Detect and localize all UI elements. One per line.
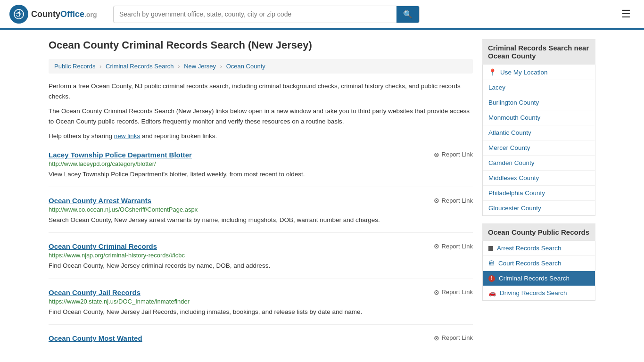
description-1: Perform a free Ocean County, NJ public c… — [49, 81, 473, 101]
result-item: Ocean County Criminal Records ⊗ Report L… — [49, 242, 473, 279]
report-icon-2: ⊗ — [434, 197, 439, 204]
report-icon-3: ⊗ — [434, 242, 439, 250]
header: CountyOffice.org 🔍 ☰ — [0, 0, 644, 30]
search-input[interactable] — [114, 7, 396, 22]
sidebar-item-philadelphia-county[interactable]: Philadelphia County — [483, 186, 595, 201]
description-3: Help others by sharing new links and rep… — [49, 131, 473, 141]
square-icon-1 — [488, 246, 493, 251]
courthouse-icon: 🏛 — [488, 260, 495, 267]
sidebar-item-monmouth-county[interactable]: Monmouth County — [483, 110, 595, 125]
report-icon-5: ⊗ — [434, 334, 439, 342]
sidebar-item-mercer-county[interactable]: Mercer County — [483, 140, 595, 156]
result-url-3: https://www.njsp.org/criminal-history-re… — [49, 252, 473, 259]
sidebar-nearby-title: Criminal Records Search near Ocean Count… — [482, 39, 595, 65]
sidebar-nearby-list: 📍 Use My Location Lacey Burlington Count… — [482, 65, 595, 216]
result-desc-1: View Lacey Township Police Department's … — [49, 170, 473, 179]
sidebar-item-burlington-county[interactable]: Burlington County — [483, 95, 595, 110]
search-bar: 🔍 — [113, 6, 420, 23]
report-link-3[interactable]: ⊗ Report Link — [434, 242, 473, 250]
result-title-3[interactable]: Ocean County Criminal Records — [49, 242, 157, 250]
result-title-4[interactable]: Ocean County Jail Records — [49, 288, 140, 296]
content-area: Ocean County Criminal Records Search (Ne… — [49, 39, 473, 350]
breadcrumb-link-new-jersey[interactable]: New Jersey — [184, 63, 216, 70]
sidebar-item-atlantic-county[interactable]: Atlantic County — [483, 125, 595, 140]
breadcrumb-sep-2: › — [178, 63, 180, 70]
report-link-5[interactable]: ⊗ Report Link — [434, 334, 473, 342]
breadcrumb-link-criminal-records[interactable]: Criminal Records Search — [106, 63, 174, 70]
sidebar-item-criminal-records-active[interactable]: ! Criminal Records Search — [483, 271, 595, 286]
sidebar-item-arrest-records[interactable]: Arrest Records Search — [483, 241, 595, 256]
description-2: The Ocean County Criminal Records Search… — [49, 106, 473, 126]
report-icon-1: ⊗ — [434, 151, 439, 158]
report-link-1[interactable]: ⊗ Report Link — [434, 151, 473, 158]
breadcrumb-sep-1: › — [99, 63, 101, 70]
logo-icon — [9, 5, 28, 24]
result-item: Lacey Township Police Department Blotter… — [49, 151, 473, 187]
breadcrumb-link-ocean-county[interactable]: Ocean County — [226, 63, 265, 70]
result-desc-4: Find Ocean County, New Jersey Jail Recor… — [49, 307, 473, 317]
menu-button[interactable]: ☰ — [618, 6, 635, 22]
breadcrumb-link-public-records[interactable]: Public Records — [54, 63, 95, 70]
search-button[interactable]: 🔍 — [396, 6, 419, 23]
sidebar-item-lacey[interactable]: Lacey — [483, 80, 595, 95]
sidebar-item-use-my-location[interactable]: 📍 Use My Location — [483, 65, 595, 80]
breadcrumb-sep-3: › — [220, 63, 222, 70]
header-right: ☰ — [618, 6, 635, 22]
result-url-2: http://www.co.ocean.nj.us/OCsheriff/Cont… — [49, 206, 473, 213]
sidebar: Criminal Records Search near Ocean Count… — [482, 39, 595, 350]
sidebar-public-records-list: Arrest Records Search 🏛 Court Records Se… — [482, 241, 595, 301]
result-title-2[interactable]: Ocean County Arrest Warrants — [49, 197, 151, 205]
report-link-4[interactable]: ⊗ Report Link — [434, 288, 473, 296]
new-links-link[interactable]: new links — [114, 132, 140, 140]
main-container: Ocean County Criminal Records Search (Ne… — [39, 30, 605, 360]
breadcrumb: Public Records › Criminal Records Search… — [49, 59, 473, 74]
result-item: Ocean County Jail Records ⊗ Report Link … — [49, 288, 473, 325]
logo-text: CountyOffice.org — [31, 9, 97, 19]
exclamation-icon: ! — [488, 275, 495, 282]
result-url-1: http://www.laceypd.org/category/blotter/ — [49, 160, 473, 167]
sidebar-item-camden-county[interactable]: Camden County — [483, 156, 595, 171]
page-title: Ocean County Criminal Records Search (Ne… — [49, 39, 473, 51]
sidebar-item-gloucester-county[interactable]: Gloucester County — [483, 201, 595, 215]
report-link-2[interactable]: ⊗ Report Link — [434, 197, 473, 204]
result-desc-2: Search Ocean County, New Jersey arrest w… — [49, 215, 473, 225]
result-item: Ocean County Arrest Warrants ⊗ Report Li… — [49, 197, 473, 233]
sidebar-public-records-title: Ocean County Public Records — [482, 223, 595, 241]
result-title-1[interactable]: Lacey Township Police Department Blotter — [49, 151, 192, 159]
result-url-4: https://www20.state.nj.us/DOC_Inmate/inm… — [49, 298, 473, 305]
logo-area: CountyOffice.org — [9, 5, 104, 24]
sidebar-item-middlesex-county[interactable]: Middlesex County — [483, 171, 595, 186]
car-icon: 🚗 — [488, 289, 496, 296]
result-desc-3: Find Ocean County, New Jersey criminal r… — [49, 261, 473, 271]
location-icon: 📍 — [488, 68, 496, 76]
result-item: Ocean County Most Wanted ⊗ Report Link — [49, 334, 473, 350]
report-icon-4: ⊗ — [434, 288, 439, 296]
result-title-5[interactable]: Ocean County Most Wanted — [49, 334, 142, 342]
sidebar-item-court-records[interactable]: 🏛 Court Records Search — [483, 256, 595, 271]
sidebar-item-driving-records[interactable]: 🚗 Driving Records Search — [483, 286, 595, 300]
